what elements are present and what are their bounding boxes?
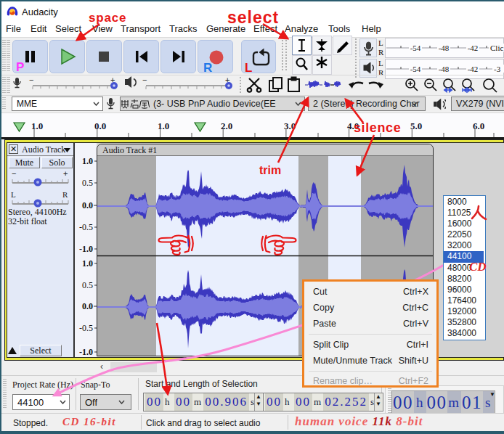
svg-text:trim: trim bbox=[259, 164, 281, 176]
svg-text:CD: CD bbox=[469, 260, 487, 274]
svg-text:silence: silence bbox=[354, 120, 401, 135]
svg-text:space: space bbox=[89, 11, 126, 25]
svg-text:select: select bbox=[227, 8, 279, 27]
